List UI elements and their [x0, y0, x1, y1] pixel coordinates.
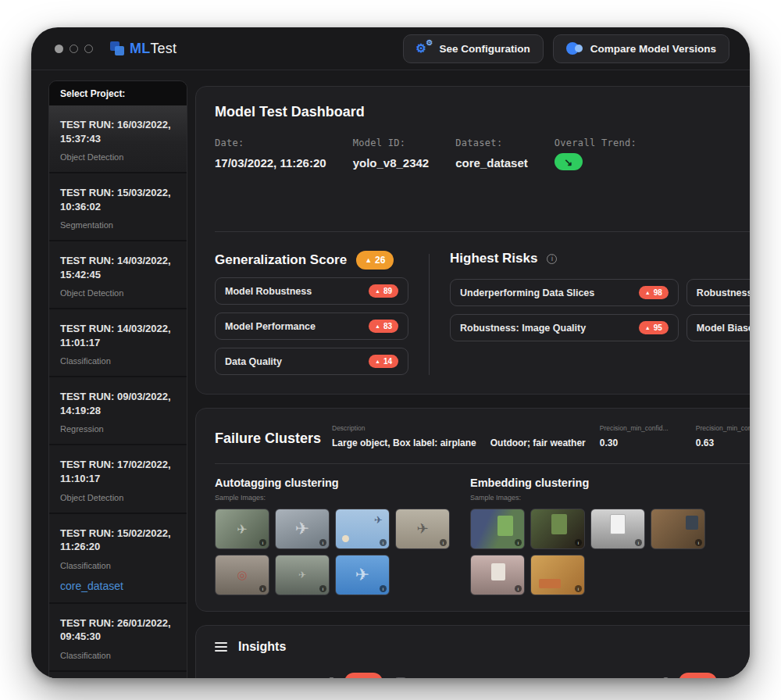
image-info-icon[interactable]: i — [440, 539, 447, 546]
sidebar-test-runs: Select Project: TEST RUN: 16/03/2022, 15… — [48, 80, 187, 678]
autotagging-sample-images: ✈i ✈i ✈i ✈i ◎i ✈i ✈i — [215, 509, 453, 595]
image-info-icon[interactable]: i — [635, 539, 642, 546]
image-info-icon[interactable]: i — [515, 539, 522, 546]
sample-image-runway-markers[interactable]: ◎i — [215, 555, 269, 595]
score-item-model-performance[interactable]: Model Performance ▲83 — [215, 312, 408, 340]
mltest-logo-icon — [110, 41, 124, 55]
image-info-icon[interactable]: i — [515, 585, 522, 592]
warning-triangle-icon: ▲ — [645, 290, 651, 295]
test-run-item[interactable]: TEST RUN: 25/01/2022, 17:24:58 Classific… — [49, 672, 187, 678]
risk-item-model-biases[interactable]: Model Biases ▲93 — [686, 314, 750, 341]
sample-image-ornate-bedroom[interactable]: i — [470, 555, 525, 595]
window-control-close[interactable] — [55, 45, 63, 53]
sample-image-bedroom-garden-window[interactable]: i — [470, 509, 525, 549]
sample-image-sky-moon[interactable]: ✈i — [335, 509, 390, 549]
sample-image-aerial-airport[interactable]: ✈i — [275, 555, 330, 595]
window-control-maximize[interactable] — [84, 45, 93, 53]
meta-model-id: Model ID: yolo_v8_2342 — [353, 138, 430, 170]
embedding-clustering-title: Embedding clustering — [470, 477, 708, 489]
run-metadata: Date: 17/03/2022, 11:26:20 Model ID: yol… — [215, 138, 750, 170]
precision-2-label: Precision_min_confid... — [696, 424, 750, 432]
test-run-category: Object Detection — [60, 493, 176, 502]
see-configuration-button[interactable]: ⚙⚙ See Configuration — [403, 34, 543, 63]
trend-note: 11 from the previous run — [395, 677, 499, 679]
image-info-icon[interactable]: i — [575, 539, 582, 546]
trend-note-text: 11 from the previous run — [411, 677, 499, 678]
score-item-model-robustness[interactable]: Model Robustness ▲89 — [215, 277, 408, 305]
image-info-icon[interactable]: i — [259, 585, 266, 592]
image-info-icon[interactable]: i — [695, 539, 702, 546]
test-run-item[interactable]: TEST RUN: 16/03/2022, 15:37:43 Object De… — [49, 105, 187, 173]
biases-score-badge: ▲83 — [679, 673, 716, 678]
info-icon[interactable]: i — [326, 677, 337, 679]
info-icon[interactable]: i — [661, 677, 671, 679]
test-run-title: TEST RUN: 15/02/2022, 11:26:20 — [60, 527, 176, 554]
image-info-icon[interactable]: i — [319, 539, 326, 546]
meta-dataset: Dataset: core_dataset — [455, 138, 528, 170]
date-label: Date: — [215, 138, 326, 148]
meta-overall-trend: Overall Trend: ↘ — [555, 138, 637, 170]
image-info-icon[interactable]: i — [380, 539, 387, 546]
risk-item-label: Robustness: Lighting — [697, 288, 750, 298]
hamburger-menu-icon[interactable] — [215, 642, 227, 652]
trend-down-arrow-badge[interactable]: ↘ — [555, 153, 583, 170]
gear-icon: ⚙⚙ — [416, 41, 432, 56]
precision-column-1: Precision_min_confid... 0.30 — [600, 424, 682, 448]
test-run-item[interactable]: TEST RUN: 14/03/2022, 11:01:17 Classific… — [49, 309, 187, 377]
window-control-minimize[interactable] — [70, 45, 78, 53]
risk-item-underperforming-data-slices[interactable]: Underperforming Data Slices ▲98 — [450, 279, 679, 306]
test-run-title: TEST RUN: 14/03/2022, 15:42:45 — [60, 254, 176, 281]
sample-image-french-doors[interactable]: i — [590, 509, 645, 549]
precision-2-value: 0.63 — [696, 438, 750, 448]
warning-triangle-icon: ▲ — [645, 325, 651, 330]
core-dataset-link[interactable]: core_dataset — [60, 580, 176, 592]
app-logo-text: MLTest — [130, 41, 177, 57]
compare-model-versions-button[interactable]: Compare Model Versions — [553, 34, 729, 63]
sample-image-living-room-sofa[interactable]: i — [530, 555, 585, 595]
sample-image-airplane-terminal[interactable]: ✈i — [215, 509, 269, 549]
failure-clusters-card: Failure Clusters Description Large objec… — [195, 408, 750, 612]
sample-image-takeoff[interactable]: ✈i — [395, 509, 450, 549]
sample-image-british-airways[interactable]: ✈i — [275, 509, 330, 549]
compare-circles-icon — [566, 42, 583, 55]
image-info-icon[interactable]: i — [259, 539, 266, 546]
risk-item-robustness-lighting[interactable]: Robustness: Lighting ▲95 — [686, 279, 750, 306]
section-divider — [215, 463, 750, 464]
date-value: 17/03/2022, 11:26:20 — [215, 156, 326, 170]
test-run-item[interactable]: TEST RUN: 15/03/2022, 10:36:02 Segmentat… — [49, 173, 187, 241]
test-run-category: Segmentation — [60, 220, 176, 230]
score-badge: ▲83 — [369, 320, 398, 333]
insights-title: Insights — [238, 640, 286, 654]
risk-item-robustness-image-quality[interactable]: Robustness: Image Quality ▲95 — [450, 314, 679, 341]
window-controls — [55, 45, 93, 53]
sample-images-label: Sample Images: — [470, 494, 708, 502]
test-run-item[interactable]: TEST RUN: 09/03/2022, 14:19:28 Regressio… — [49, 377, 187, 445]
image-info-icon[interactable]: i — [575, 585, 582, 592]
sample-image-study-armchair[interactable]: i — [651, 509, 705, 549]
trend-note-text: 12 from the previous run — [745, 677, 750, 678]
precision-1-label: Precision_min_confid... — [600, 424, 682, 432]
sample-image-room-person-window[interactable]: i — [530, 509, 585, 549]
description-value-1: Large object, Box label: airplane — [332, 438, 476, 448]
see-configuration-label: See Configuration — [439, 43, 530, 55]
test-run-item[interactable]: TEST RUN: 26/01/2022, 09:45:30 Classific… — [49, 604, 187, 672]
test-run-category: Object Detection — [60, 288, 176, 298]
test-run-category: Classification — [60, 561, 176, 570]
test-run-title: TEST RUN: 14/03/2022, 11:01:17 — [60, 322, 176, 349]
model-biases-panel: Model Biases i ▲83 12 from the previous … — [578, 673, 750, 678]
sample-image-blue-sky-airplane[interactable]: ✈i — [335, 555, 390, 595]
robustness-score-badge: ▲89 — [344, 673, 382, 678]
test-run-item[interactable]: TEST RUN: 14/03/2022, 15:42:45 Object De… — [49, 241, 187, 309]
description-value-2: Outdoor; fair weather — [490, 438, 586, 448]
score-item-data-quality[interactable]: Data Quality ▲14 — [215, 348, 408, 375]
test-run-item[interactable]: TEST RUN: 17/02/2022, 11:10:17 Object De… — [49, 445, 187, 513]
image-info-icon[interactable]: i — [319, 585, 326, 592]
page-title: Model Test Dashboard — [215, 104, 750, 120]
image-info-icon[interactable]: i — [380, 585, 387, 592]
test-run-item[interactable]: TEST RUN: 15/02/2022, 11:26:20 Classific… — [49, 514, 187, 604]
insights-card: Insights Model Robustness i ▲89 11 from … — [195, 625, 750, 678]
model-biases-title: Model Biases — [578, 676, 653, 679]
info-icon[interactable]: i — [547, 254, 557, 264]
model-id-label: Model ID: — [353, 138, 430, 148]
score-item-label: Model Robustness — [225, 286, 312, 297]
